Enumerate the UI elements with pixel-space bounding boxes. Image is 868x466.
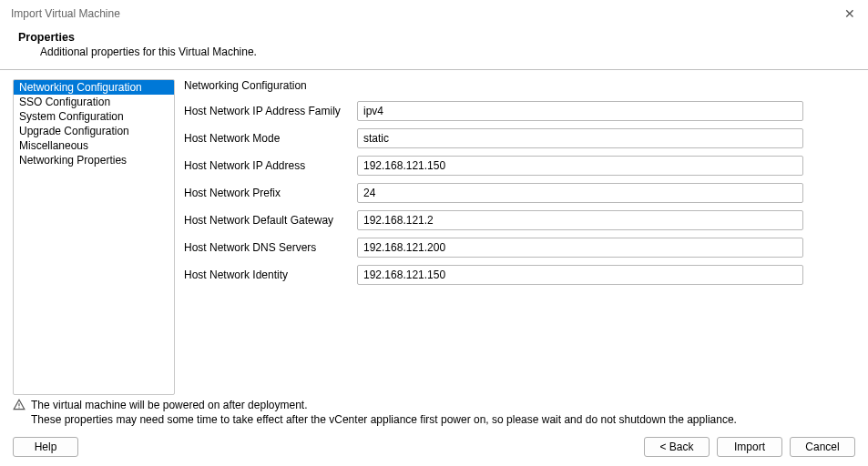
input-dns[interactable] [357, 238, 803, 258]
svg-point-1 [18, 407, 19, 408]
input-ip-address[interactable] [357, 156, 803, 176]
input-ip-family[interactable] [357, 101, 803, 121]
back-button[interactable]: < Back [644, 437, 710, 457]
header-title: Properties [18, 31, 850, 44]
notes: The virtual machine will be powered on a… [0, 395, 868, 431]
form-row-ip-address: Host Network IP Address [184, 156, 855, 176]
header-subtitle: Additional properties for this Virtual M… [18, 46, 850, 58]
titlebar: Import Virtual Machine ✕ [0, 0, 868, 25]
form-row-prefix: Host Network Prefix [184, 183, 855, 203]
label-gateway: Host Network Default Gateway [184, 214, 357, 227]
sidebar-item-system-configuration[interactable]: System Configuration [14, 109, 174, 124]
import-button[interactable]: Import [717, 437, 782, 457]
note-text-1: The virtual machine will be powered on a… [31, 399, 308, 411]
label-network-mode: Host Network Mode [184, 132, 357, 145]
input-prefix[interactable] [357, 183, 803, 203]
cancel-button[interactable]: Cancel [790, 437, 855, 457]
section-title: Networking Configuration [184, 79, 855, 92]
form-row-identity: Host Network Identity [184, 265, 855, 285]
note-line-1: The virtual machine will be powered on a… [13, 399, 855, 411]
sidebar-item-networking-properties[interactable]: Networking Properties [14, 153, 174, 167]
form-row-gateway: Host Network Default Gateway [184, 210, 855, 230]
label-prefix: Host Network Prefix [184, 187, 357, 199]
sidebar: Networking Configuration SSO Configurati… [13, 79, 175, 395]
main: Networking Configuration SSO Configurati… [0, 70, 868, 395]
form-row-ip-family: Host Network IP Address Family [184, 101, 855, 121]
note-text-2: These properties may need some time to t… [13, 413, 855, 426]
window-title: Import Virtual Machine [11, 7, 120, 20]
label-identity: Host Network Identity [184, 268, 357, 281]
input-network-mode[interactable] [357, 128, 803, 148]
sidebar-item-miscellaneous[interactable]: Miscellaneous [14, 138, 174, 153]
warning-icon [13, 399, 26, 411]
footer: Help < Back Import Cancel [0, 431, 868, 466]
content: Networking Configuration Host Network IP… [184, 79, 855, 395]
input-gateway[interactable] [357, 210, 803, 230]
sidebar-item-sso-configuration[interactable]: SSO Configuration [14, 95, 174, 109]
input-identity[interactable] [357, 265, 803, 285]
label-dns: Host Network DNS Servers [184, 241, 357, 254]
close-icon[interactable]: ✕ [842, 6, 857, 21]
label-ip-address: Host Network IP Address [184, 159, 357, 172]
sidebar-item-upgrade-configuration[interactable]: Upgrade Configuration [14, 124, 174, 138]
sidebar-item-networking-configuration[interactable]: Networking Configuration [14, 80, 174, 95]
help-button[interactable]: Help [13, 437, 78, 457]
form-row-network-mode: Host Network Mode [184, 128, 855, 148]
form-row-dns: Host Network DNS Servers [184, 238, 855, 258]
label-ip-family: Host Network IP Address Family [184, 105, 357, 117]
header: Properties Additional properties for thi… [0, 25, 868, 64]
